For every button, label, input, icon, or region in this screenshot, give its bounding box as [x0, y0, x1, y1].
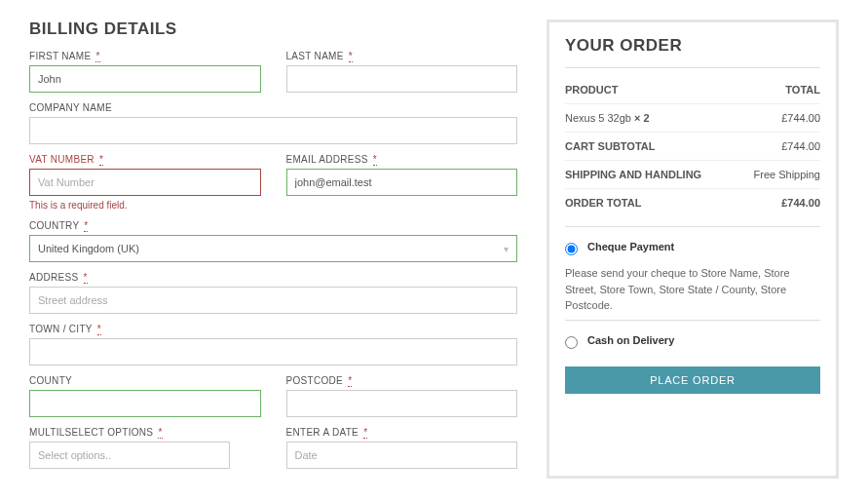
email-label: EMAIL ADDRESS * — [286, 154, 518, 165]
county-input[interactable] — [29, 390, 261, 417]
chevron-down-icon: ▾ — [504, 244, 509, 254]
multiselect-input[interactable]: Select options.. — [29, 442, 230, 469]
order-header-product: PRODUCT — [565, 84, 618, 96]
address-label: ADDRESS * — [29, 272, 517, 283]
address-input[interactable] — [29, 287, 517, 314]
payment-cheque-radio[interactable] — [565, 243, 578, 255]
payment-cod-label: Cash on Delivery — [587, 334, 674, 346]
order-heading: YOUR ORDER — [565, 36, 820, 56]
postcode-input[interactable] — [286, 390, 518, 417]
billing-heading: BILLING DETAILS — [29, 19, 517, 39]
order-shipping-label: SHIPPING AND HANDLING — [565, 169, 701, 180]
order-header-total: TOTAL — [785, 84, 820, 96]
company-input[interactable] — [29, 117, 517, 144]
city-input[interactable] — [29, 338, 517, 366]
country-label: COUNTRY * — [29, 220, 517, 231]
email-input[interactable] — [286, 169, 518, 196]
date-label: ENTER A DATE * — [286, 427, 518, 438]
order-total-value: £744.00 — [781, 197, 820, 209]
first-name-input[interactable] — [29, 65, 261, 93]
postcode-label: POSTCODE * — [286, 375, 518, 386]
order-total-label: ORDER TOTAL — [565, 197, 641, 209]
place-order-button[interactable]: PLACE ORDER — [565, 366, 820, 394]
order-subtotal-label: CART SUBTOTAL — [565, 140, 655, 152]
county-label: COUNTY — [29, 375, 261, 386]
multiselect-label: MULTILSELECT OPTIONS * — [29, 427, 261, 438]
country-select[interactable]: United Kingdom (UK) ▾ — [29, 235, 517, 262]
date-input[interactable] — [286, 442, 518, 469]
company-label: COMPANY NAME — [29, 102, 517, 113]
order-shipping-value: Free Shipping — [754, 169, 821, 180]
order-item-name: Nexus 5 32gb × 2 — [565, 112, 650, 124]
first-name-label: FIRST NAME * — [29, 51, 261, 61]
payment-cheque-label: Cheque Payment — [587, 241, 674, 252]
last-name-input[interactable] — [286, 65, 518, 93]
vat-error: This is a required field. — [29, 200, 261, 211]
last-name-label: LAST NAME * — [286, 51, 518, 61]
order-subtotal-value: £744.00 — [781, 140, 820, 152]
vat-input[interactable] — [29, 169, 261, 196]
payment-cheque-desc: Please send your cheque to Store Name, S… — [565, 265, 820, 314]
order-item-price: £744.00 — [781, 112, 820, 124]
payment-cod-radio[interactable] — [565, 336, 578, 349]
vat-label: VAT NUMBER * — [29, 154, 261, 165]
city-label: TOWN / CITY * — [29, 324, 517, 334]
